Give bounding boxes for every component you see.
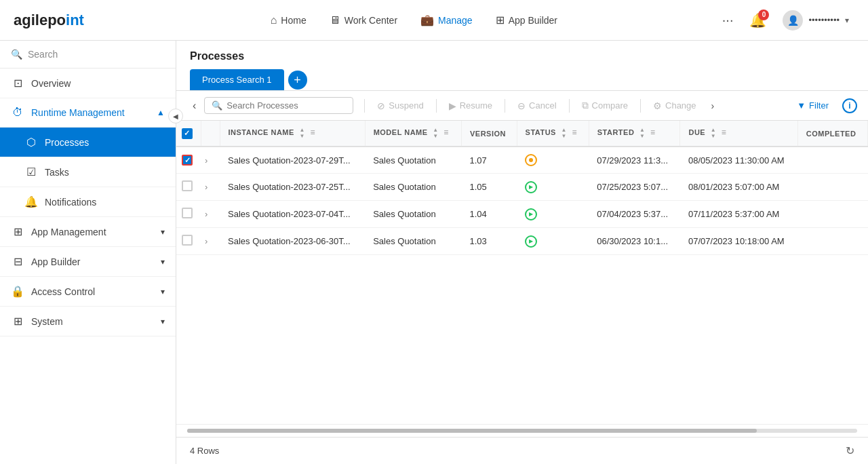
tab-process-search-1[interactable]: Process Search 1 — [190, 69, 284, 90]
sidebar-collapse-toggle[interactable]: ◀ — [168, 109, 183, 123]
sort-status[interactable]: ▲▼ — [561, 128, 567, 139]
nav-appbuilder[interactable]: ⊞ App Builder — [486, 8, 567, 32]
system-icon: ⊞ — [11, 315, 24, 328]
row-checkbox-cell[interactable] — [176, 174, 201, 201]
row-version: 1.04 — [461, 201, 517, 228]
row-checkbox[interactable] — [182, 208, 193, 218]
filter-label: Filter — [809, 100, 829, 111]
col-status: STATUS ▲▼ ≡ — [517, 121, 589, 147]
lock-icon: 🔒 — [11, 285, 24, 298]
plus-icon: + — [294, 74, 301, 86]
app-management-icon: ⊞ — [11, 225, 24, 238]
sidebar-item-overview[interactable]: ⊡ Overview — [0, 69, 176, 98]
tab-bar: Process Search 1 + — [190, 69, 854, 90]
col-settings-due[interactable]: ≡ — [722, 128, 727, 137]
sidebar-access-control-label: Access Control — [31, 286, 154, 297]
add-tab-button[interactable]: + — [288, 71, 307, 90]
row-expand[interactable]: › — [201, 228, 220, 255]
sort-due[interactable]: ▲▼ — [711, 128, 716, 139]
compare-button[interactable]: ⧉ Compare — [575, 96, 635, 115]
row-version: 1.07 — [461, 147, 517, 174]
sort-instance-name[interactable]: ▲▼ — [299, 128, 304, 139]
cancel-icon: ⊖ — [517, 100, 526, 111]
nav-home-label: Home — [281, 15, 306, 26]
col-settings-status[interactable]: ≡ — [572, 128, 578, 137]
scrollbar-thumb[interactable] — [187, 429, 757, 433]
logo[interactable]: agilepoint — [14, 12, 84, 29]
row-expand[interactable]: › — [201, 174, 220, 201]
resume-label: Resume — [460, 100, 492, 111]
suspend-button[interactable]: ⊘ Suspend — [370, 97, 430, 115]
more-button[interactable]: ··· — [717, 9, 739, 31]
filter-icon: ▼ — [797, 100, 806, 111]
search-input[interactable] — [226, 100, 335, 111]
nav-appbuilder-label: App Builder — [509, 15, 557, 26]
toolbar: ‹ 🔍 ⊘ Suspend ▶ Resume ⊖ Cancel ⧉ — [176, 91, 868, 121]
filter-button[interactable]: ▼ Filter — [790, 97, 835, 114]
col-version-label: VERSION — [470, 130, 506, 138]
sidebar-item-overview-label: Overview — [31, 78, 165, 89]
sidebar-item-processes[interactable]: ⬡ Processes — [0, 128, 176, 157]
col-settings-instance[interactable]: ≡ — [310, 128, 315, 137]
horizontal-scrollbar[interactable] — [176, 424, 868, 437]
col-checkbox[interactable] — [176, 121, 201, 147]
briefcase-icon: 💼 — [420, 14, 434, 26]
sidebar-item-tasks[interactable]: ☑ Tasks — [0, 157, 176, 187]
toolbar-separator-2 — [436, 99, 437, 113]
main-content: Processes Process Search 1 + ‹ 🔍 ⊘ Suspe… — [176, 41, 868, 464]
col-due-label: DUE — [688, 128, 705, 136]
change-label: Change — [665, 100, 696, 111]
row-checkbox[interactable] — [182, 180, 193, 191]
row-instance-name: Sales Quotation-2023-06-30T... — [220, 228, 365, 255]
processes-table: INSTANCE NAME ▲▼ ≡ MODEL NAME ▲▼ ≡ VERSI… — [176, 121, 868, 255]
sidebar-item-app-management[interactable]: ⊞ App Management ▾ — [0, 217, 176, 247]
row-checkbox[interactable] — [182, 155, 193, 166]
sidebar-notifications-label: Notifications — [45, 197, 96, 208]
sort-model-name[interactable]: ▲▼ — [433, 128, 438, 139]
sidebar: 🔍 Search ⊡ Overview ⏱ Runtime Management… — [0, 41, 176, 464]
status-icon — [525, 154, 537, 166]
row-checkbox-cell[interactable] — [176, 228, 201, 255]
row-checkbox-cell[interactable] — [176, 147, 201, 174]
row-checkbox-cell[interactable] — [176, 201, 201, 228]
back-button[interactable]: ‹ — [187, 97, 201, 115]
notifications-button[interactable]: 🔔 0 — [749, 12, 766, 28]
change-button[interactable]: ⚙ Change — [646, 97, 703, 115]
chevron-down-icon-app: ▾ — [161, 227, 165, 237]
col-settings-model[interactable]: ≡ — [443, 128, 449, 137]
row-expand[interactable]: › — [201, 147, 220, 174]
table-row: ›Sales Quotation-2023-07-25T...Sales Quo… — [176, 174, 868, 201]
sidebar-item-notifications[interactable]: 🔔 Notifications — [0, 187, 176, 217]
user-menu-button[interactable]: 👤 •••••••••• ▾ — [777, 7, 854, 33]
overview-icon: ⊡ — [11, 77, 24, 90]
sidebar-item-access-control[interactable]: 🔒 Access Control ▾ — [0, 277, 176, 307]
chevron-up-icon: ▲ — [157, 108, 165, 117]
sidebar-item-app-builder[interactable]: ⊟ App Builder ▾ — [0, 247, 176, 277]
cancel-label: Cancel — [529, 100, 556, 111]
nav-right: ··· 🔔 0 👤 •••••••••• ▾ — [717, 7, 854, 33]
select-all-checkbox[interactable] — [182, 128, 193, 139]
row-started: 06/30/2023 10:1... — [589, 228, 680, 255]
row-expand[interactable]: › — [201, 201, 220, 228]
col-started-label: STARTED — [597, 128, 635, 136]
main-layout: 🔍 Search ⊡ Overview ⏱ Runtime Management… — [0, 41, 868, 464]
search-box[interactable]: 🔍 — [204, 97, 353, 114]
row-due: 08/05/2023 11:30:00 AM — [680, 147, 797, 174]
nav-home[interactable]: ⌂ Home — [261, 9, 316, 32]
resume-button[interactable]: ▶ Resume — [442, 97, 499, 115]
sidebar-item-system[interactable]: ⊞ System ▾ — [0, 307, 176, 336]
nav-manage[interactable]: 💼 Manage — [411, 8, 482, 32]
cancel-button[interactable]: ⊖ Cancel — [511, 97, 563, 115]
nav-workcenter[interactable]: 🖥 Work Center — [320, 9, 407, 32]
more-options-button[interactable]: › — [706, 97, 720, 115]
col-model-name: MODEL NAME ▲▼ ≡ — [365, 121, 461, 147]
sort-started[interactable]: ▲▼ — [639, 128, 645, 139]
row-count: 4 Rows — [190, 446, 219, 456]
col-completed: COMPLETED — [797, 121, 867, 147]
refresh-button[interactable]: ↻ — [846, 444, 854, 457]
col-settings-started[interactable]: ≡ — [650, 128, 656, 137]
row-checkbox[interactable] — [182, 235, 193, 246]
sidebar-section-runtime[interactable]: ⏱ Runtime Management ▲ — [0, 98, 176, 128]
sidebar-search[interactable]: 🔍 Search — [0, 41, 176, 69]
info-button[interactable]: i — [842, 98, 857, 113]
